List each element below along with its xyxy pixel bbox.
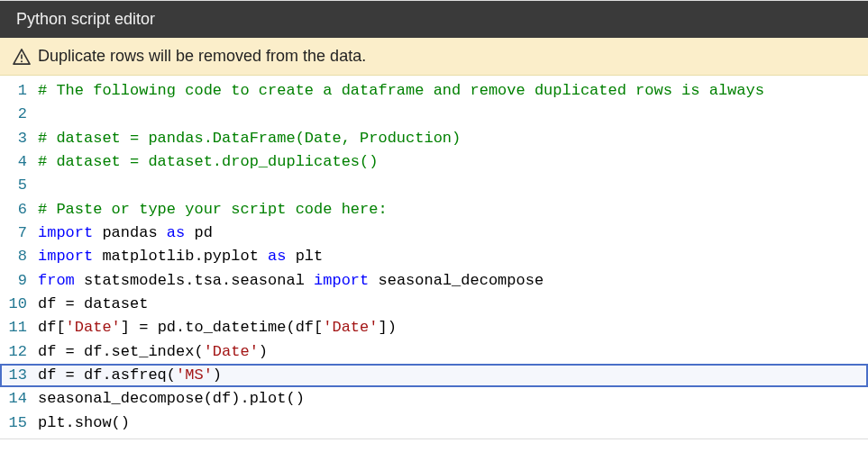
line-number: 10 <box>0 293 38 316</box>
code-line[interactable]: 8import matplotlib.pyplot as plt <box>0 245 868 268</box>
code-line[interactable]: 6# Paste or type your script code here: <box>0 198 868 221</box>
editor-container: Python script editor Duplicate rows will… <box>0 0 868 439</box>
warning-bar: Duplicate rows will be removed from the … <box>0 38 868 76</box>
line-number: 12 <box>0 340 38 364</box>
svg-point-1 <box>21 60 23 62</box>
warning-icon <box>13 49 31 65</box>
line-number: 5 <box>0 174 38 197</box>
code-content[interactable]: from statsmodels.tsa.seasonal import sea… <box>38 269 544 293</box>
line-number: 2 <box>0 103 38 126</box>
code-content[interactable]: df = df.set_index('Date') <box>38 340 268 364</box>
code-line[interactable]: 5 <box>0 174 868 197</box>
code-content[interactable]: # dataset = pandas.DataFrame(Date, Produ… <box>38 127 461 150</box>
code-line[interactable]: 3# dataset = pandas.DataFrame(Date, Prod… <box>0 127 868 150</box>
warning-text: Duplicate rows will be removed from the … <box>38 47 366 66</box>
code-line[interactable]: 11df['Date'] = pd.to_datetime(df['Date']… <box>0 316 868 339</box>
code-content[interactable]: # Paste or type your script code here: <box>38 198 388 221</box>
line-number: 15 <box>0 411 38 435</box>
editor-title: Python script editor <box>16 10 155 28</box>
code-line[interactable]: 1# The following code to create a datafr… <box>0 79 868 103</box>
line-number: 14 <box>0 387 38 411</box>
code-content[interactable]: seasonal_decompose(df).plot() <box>38 387 305 411</box>
code-content[interactable]: df = dataset <box>38 293 148 316</box>
code-editor[interactable]: 1# The following code to create a datafr… <box>0 76 868 438</box>
line-number: 8 <box>0 245 38 268</box>
code-content[interactable]: df['Date'] = pd.to_datetime(df['Date']) <box>38 316 397 339</box>
code-content[interactable]: import matplotlib.pyplot as plt <box>38 245 323 268</box>
code-line[interactable]: 7import pandas as pd <box>0 221 868 245</box>
code-line[interactable]: 15plt.show() <box>0 411 868 435</box>
code-content[interactable]: # dataset = dataset.drop_duplicates() <box>38 150 378 174</box>
code-line[interactable]: 13df = df.asfreq('MS') <box>0 364 868 387</box>
line-number: 13 <box>0 364 38 387</box>
line-number: 4 <box>0 150 38 174</box>
line-number: 3 <box>0 127 38 150</box>
line-number: 1 <box>0 79 38 103</box>
code-line[interactable]: 2 <box>0 103 868 126</box>
line-number: 6 <box>0 198 38 221</box>
code-content[interactable]: df = df.asfreq('MS') <box>38 364 222 387</box>
line-number: 11 <box>0 316 38 339</box>
line-number: 9 <box>0 269 38 293</box>
editor-header: Python script editor <box>0 1 868 38</box>
line-number: 7 <box>0 221 38 245</box>
code-line[interactable]: 10df = dataset <box>0 293 868 316</box>
code-content[interactable]: import pandas as pd <box>38 221 213 245</box>
code-line[interactable]: 12df = df.set_index('Date') <box>0 340 868 364</box>
code-line[interactable]: 14seasonal_decompose(df).plot() <box>0 387 868 411</box>
code-line[interactable]: 4# dataset = dataset.drop_duplicates() <box>0 150 868 174</box>
code-content[interactable]: plt.show() <box>38 411 130 435</box>
code-line[interactable]: 9from statsmodels.tsa.seasonal import se… <box>0 269 868 293</box>
code-content[interactable]: # The following code to create a datafra… <box>38 79 764 103</box>
